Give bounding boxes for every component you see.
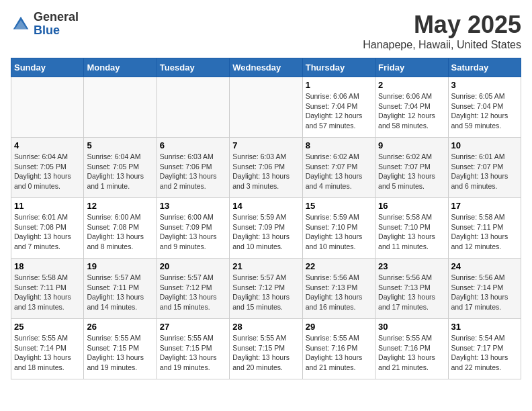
- logo-blue: Blue: [34, 24, 79, 38]
- day-info: Sunrise: 6:02 AMSunset: 7:07 PMDaylight:…: [378, 152, 445, 191]
- day-info: Sunrise: 5:55 AMSunset: 7:15 PMDaylight:…: [160, 333, 226, 373]
- day-info: Sunrise: 6:05 AMSunset: 7:04 PMDaylight:…: [451, 91, 518, 131]
- day-number: 18: [14, 261, 81, 271]
- calendar-cell: [157, 77, 229, 138]
- day-number: 27: [160, 322, 226, 332]
- day-number: 7: [232, 140, 299, 150]
- day-number: 24: [451, 261, 518, 271]
- weekday-header-thursday: Thursday: [302, 58, 375, 77]
- day-info: Sunrise: 6:06 AMSunset: 7:04 PMDaylight:…: [306, 91, 372, 131]
- weekday-header-saturday: Saturday: [448, 58, 521, 77]
- logo-general: General: [34, 11, 79, 24]
- calendar-cell: 15Sunrise: 5:59 AMSunset: 7:10 PMDayligh…: [302, 198, 375, 259]
- logo: General Blue: [11, 11, 79, 38]
- calendar-cell: 20Sunrise: 5:57 AMSunset: 7:12 PMDayligh…: [157, 259, 229, 319]
- day-info: Sunrise: 5:58 AMSunset: 7:11 PMDaylight:…: [451, 212, 518, 252]
- day-info: Sunrise: 6:00 AMSunset: 7:08 PMDaylight:…: [87, 212, 153, 252]
- calendar-cell: 13Sunrise: 6:00 AMSunset: 7:09 PMDayligh…: [157, 198, 229, 259]
- calendar-cell: 1Sunrise: 6:06 AMSunset: 7:04 PMDaylight…: [302, 77, 375, 138]
- day-info: Sunrise: 5:58 AMSunset: 7:11 PMDaylight:…: [14, 273, 81, 312]
- calendar-cell: 10Sunrise: 6:01 AMSunset: 7:07 PMDayligh…: [448, 138, 521, 198]
- calendar-cell: [11, 77, 84, 138]
- calendar-cell: 6Sunrise: 6:03 AMSunset: 7:06 PMDaylight…: [157, 138, 229, 198]
- calendar-cell: 5Sunrise: 6:04 AMSunset: 7:05 PMDaylight…: [84, 138, 157, 198]
- day-info: Sunrise: 5:58 AMSunset: 7:10 PMDaylight:…: [378, 212, 445, 252]
- calendar-cell: 27Sunrise: 5:55 AMSunset: 7:15 PMDayligh…: [157, 319, 229, 379]
- weekday-header-row: SundayMondayTuesdayWednesdayThursdayFrid…: [11, 58, 521, 77]
- day-number: 6: [160, 140, 226, 150]
- day-info: Sunrise: 5:55 AMSunset: 7:15 PMDaylight:…: [87, 333, 153, 373]
- weekday-header-sunday: Sunday: [11, 58, 84, 77]
- calendar-cell: 14Sunrise: 5:59 AMSunset: 7:09 PMDayligh…: [230, 198, 302, 259]
- calendar-cell: 26Sunrise: 5:55 AMSunset: 7:15 PMDayligh…: [84, 319, 157, 379]
- day-info: Sunrise: 6:00 AMSunset: 7:09 PMDaylight:…: [160, 212, 226, 252]
- page-header: General Blue May 2025 Hanapepe, Hawaii, …: [11, 11, 521, 51]
- day-number: 29: [306, 322, 372, 332]
- weekday-header-friday: Friday: [375, 58, 448, 77]
- logo-text: General Blue: [34, 11, 79, 38]
- day-info: Sunrise: 6:02 AMSunset: 7:07 PMDaylight:…: [306, 152, 372, 191]
- calendar-cell: 9Sunrise: 6:02 AMSunset: 7:07 PMDaylight…: [375, 138, 448, 198]
- day-number: 22: [306, 261, 372, 271]
- day-number: 25: [14, 322, 81, 332]
- calendar-cell: 2Sunrise: 6:06 AMSunset: 7:04 PMDaylight…: [375, 77, 448, 138]
- day-info: Sunrise: 5:54 AMSunset: 7:17 PMDaylight:…: [451, 333, 518, 373]
- day-info: Sunrise: 6:04 AMSunset: 7:05 PMDaylight:…: [87, 152, 153, 191]
- day-number: 31: [451, 322, 518, 332]
- day-info: Sunrise: 5:55 AMSunset: 7:16 PMDaylight:…: [306, 333, 372, 373]
- day-number: 8: [306, 140, 372, 150]
- day-number: 14: [232, 201, 299, 211]
- day-number: 21: [232, 261, 299, 271]
- day-number: 15: [306, 201, 372, 211]
- calendar-cell: 19Sunrise: 5:57 AMSunset: 7:11 PMDayligh…: [84, 259, 157, 319]
- weekday-header-tuesday: Tuesday: [157, 58, 229, 77]
- day-number: 20: [160, 261, 226, 271]
- day-info: Sunrise: 6:04 AMSunset: 7:05 PMDaylight:…: [14, 152, 81, 191]
- day-info: Sunrise: 6:03 AMSunset: 7:06 PMDaylight:…: [160, 152, 226, 191]
- calendar-cell: 4Sunrise: 6:04 AMSunset: 7:05 PMDaylight…: [11, 138, 84, 198]
- day-info: Sunrise: 5:57 AMSunset: 7:12 PMDaylight:…: [232, 273, 299, 312]
- day-number: 2: [378, 80, 445, 90]
- day-info: Sunrise: 5:56 AMSunset: 7:14 PMDaylight:…: [451, 273, 518, 312]
- day-number: 10: [451, 140, 518, 150]
- calendar-cell: 3Sunrise: 6:05 AMSunset: 7:04 PMDaylight…: [448, 77, 521, 138]
- day-info: Sunrise: 5:55 AMSunset: 7:15 PMDaylight:…: [232, 333, 299, 373]
- calendar-cell: 12Sunrise: 6:00 AMSunset: 7:08 PMDayligh…: [84, 198, 157, 259]
- day-info: Sunrise: 6:01 AMSunset: 7:07 PMDaylight:…: [451, 152, 518, 191]
- day-info: Sunrise: 6:03 AMSunset: 7:06 PMDaylight:…: [232, 152, 299, 191]
- week-row-5: 25Sunrise: 5:55 AMSunset: 7:14 PMDayligh…: [11, 319, 521, 379]
- day-number: 13: [160, 201, 226, 211]
- day-info: Sunrise: 5:56 AMSunset: 7:13 PMDaylight:…: [378, 273, 445, 312]
- calendar-cell: 24Sunrise: 5:56 AMSunset: 7:14 PMDayligh…: [448, 259, 521, 319]
- calendar-cell: 17Sunrise: 5:58 AMSunset: 7:11 PMDayligh…: [448, 198, 521, 259]
- calendar-cell: 25Sunrise: 5:55 AMSunset: 7:14 PMDayligh…: [11, 319, 84, 379]
- calendar-cell: 22Sunrise: 5:56 AMSunset: 7:13 PMDayligh…: [302, 259, 375, 319]
- week-row-2: 4Sunrise: 6:04 AMSunset: 7:05 PMDaylight…: [11, 138, 521, 198]
- day-info: Sunrise: 5:59 AMSunset: 7:10 PMDaylight:…: [306, 212, 372, 252]
- day-number: 11: [14, 201, 81, 211]
- calendar-cell: 8Sunrise: 6:02 AMSunset: 7:07 PMDaylight…: [302, 138, 375, 198]
- day-info: Sunrise: 5:56 AMSunset: 7:13 PMDaylight:…: [306, 273, 372, 312]
- calendar-cell: 29Sunrise: 5:55 AMSunset: 7:16 PMDayligh…: [302, 319, 375, 379]
- day-number: 4: [14, 140, 81, 150]
- day-number: 9: [378, 140, 445, 150]
- day-number: 12: [87, 201, 153, 211]
- calendar-cell: 23Sunrise: 5:56 AMSunset: 7:13 PMDayligh…: [375, 259, 448, 319]
- logo-icon: [11, 14, 31, 34]
- day-number: 5: [87, 140, 153, 150]
- calendar-cell: 31Sunrise: 5:54 AMSunset: 7:17 PMDayligh…: [448, 319, 521, 379]
- calendar-cell: 21Sunrise: 5:57 AMSunset: 7:12 PMDayligh…: [230, 259, 302, 319]
- week-row-1: 1Sunrise: 6:06 AMSunset: 7:04 PMDaylight…: [11, 77, 521, 138]
- location-title: Hanapepe, Hawaii, United States: [363, 39, 521, 51]
- calendar-cell: 7Sunrise: 6:03 AMSunset: 7:06 PMDaylight…: [230, 138, 302, 198]
- day-info: Sunrise: 5:57 AMSunset: 7:11 PMDaylight:…: [87, 273, 153, 312]
- day-number: 26: [87, 322, 153, 332]
- week-row-4: 18Sunrise: 5:58 AMSunset: 7:11 PMDayligh…: [11, 259, 521, 319]
- day-number: 30: [378, 322, 445, 332]
- day-number: 3: [451, 80, 518, 90]
- day-info: Sunrise: 6:01 AMSunset: 7:08 PMDaylight:…: [14, 212, 81, 252]
- title-block: May 2025 Hanapepe, Hawaii, United States: [363, 11, 521, 51]
- day-number: 28: [232, 322, 299, 332]
- day-info: Sunrise: 5:57 AMSunset: 7:12 PMDaylight:…: [160, 273, 226, 312]
- day-number: 1: [306, 80, 372, 90]
